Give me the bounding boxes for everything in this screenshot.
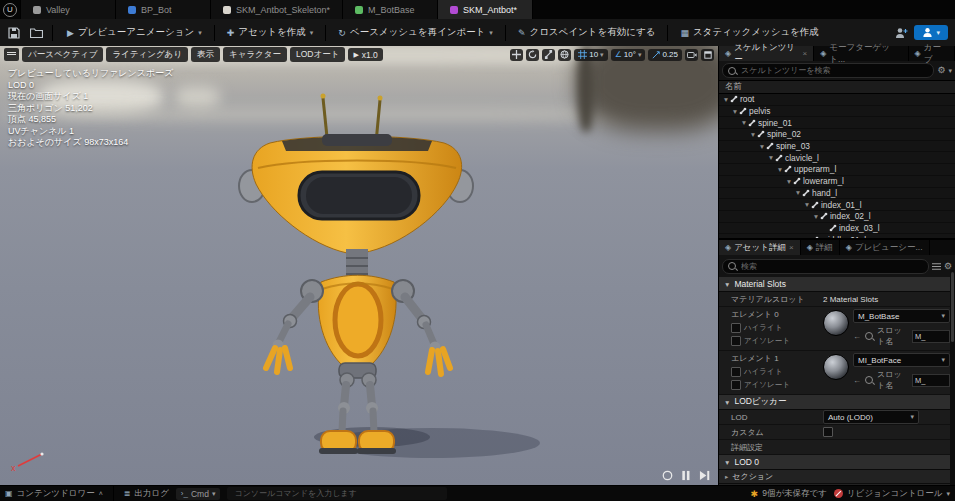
use-selected-icon[interactable]: ←: [853, 332, 861, 341]
cmd-dropdown[interactable]: ›_ Cmd ▾: [176, 488, 221, 500]
custom-checkbox[interactable]: [823, 427, 833, 437]
user-button[interactable]: ▾: [914, 25, 948, 40]
use-selected-icon[interactable]: ←: [853, 376, 861, 385]
content-browser-icon[interactable]: [27, 24, 45, 42]
chevron-down-icon[interactable]: ▼: [758, 143, 766, 150]
isolate-checkbox[interactable]: [731, 380, 741, 390]
tree-row[interactable]: ▼index_02_l: [719, 211, 955, 223]
chevron-down-icon[interactable]: ▼: [794, 189, 802, 196]
toolbar-button[interactable]: ▦スタティックメッシュを作成: [673, 23, 825, 42]
camera-speed-icon[interactable]: [685, 49, 698, 61]
view-options-icon[interactable]: [932, 257, 941, 275]
unsaved-assets-button[interactable]: ✱ 9個が未保存です: [751, 488, 827, 500]
toolbar-button[interactable]: ✚アセットを作成▾: [220, 23, 321, 42]
viewport-toolbar-button[interactable]: パースペクティブ: [22, 47, 103, 62]
tree-row[interactable]: ▼upperarm_l: [719, 164, 955, 176]
revision-control-button[interactable]: リビジョンコントロール ▾: [834, 488, 950, 500]
rotation-snap-toggle[interactable]: ∠ 10° ▾: [611, 49, 646, 61]
toolbar-button[interactable]: ↻ベースメッシュを再インポート▾: [331, 23, 500, 42]
chevron-down-icon[interactable]: ▼: [767, 154, 775, 161]
grid-snap-toggle[interactable]: 10 ▾: [574, 49, 607, 61]
tree-row[interactable]: ▼hand_l: [719, 188, 955, 200]
toolbar-button[interactable]: ✎クロスペイントを有効にする: [511, 23, 663, 42]
isolate-checkbox[interactable]: [731, 336, 741, 346]
gear-icon[interactable]: ⚙: [937, 66, 945, 75]
close-icon[interactable]: ×: [803, 49, 808, 58]
highlight-checkbox[interactable]: [731, 367, 741, 377]
details-tab[interactable]: ◈アセット詳細×: [719, 240, 801, 255]
viewport-toolbar-button[interactable]: ライティングあり: [106, 47, 188, 62]
details-search-input[interactable]: [739, 261, 923, 272]
world-globe-icon[interactable]: [558, 49, 571, 61]
skeleton-search-input-wrap[interactable]: [722, 63, 934, 78]
viewport-toolbar-button[interactable]: キャラクター: [223, 47, 287, 62]
unreal-logo[interactable]: U: [0, 0, 21, 19]
material-slots-header[interactable]: ▼ Material Slots: [719, 277, 955, 292]
lod-picker-header[interactable]: ▼ LODピッカー: [719, 395, 955, 410]
tree-row[interactable]: ▼spine_03: [719, 141, 955, 153]
step-forward-button[interactable]: [699, 470, 710, 481]
maximize-viewport-icon[interactable]: [701, 49, 714, 61]
material-dropdown[interactable]: M_BotBase▾: [853, 309, 950, 323]
asset-tab[interactable]: SKM_Antbot*: [438, 0, 533, 19]
lod0-subsection-row[interactable]: ▸セクション: [719, 470, 955, 484]
asset-tab[interactable]: SKM_Antbot_Skeleton*: [211, 0, 343, 19]
tree-row[interactable]: ▼pelvis: [719, 106, 955, 118]
asset-tab[interactable]: BP_Bot: [116, 0, 211, 19]
tree-row[interactable]: ▼lowerarm_l: [719, 176, 955, 188]
chevron-down-icon[interactable]: ▾: [948, 67, 952, 75]
console-input[interactable]: [232, 488, 446, 499]
skeleton-search-input[interactable]: [739, 65, 928, 76]
details-search-input-wrap[interactable]: [722, 259, 929, 274]
chevron-down-icon[interactable]: ▼: [731, 108, 739, 115]
details-scrollbar[interactable]: [950, 270, 955, 486]
chevron-down-icon[interactable]: ▼: [803, 236, 811, 238]
chevron-down-icon[interactable]: ▼: [722, 96, 730, 103]
viewport-toolbar-button[interactable]: LODオート: [290, 47, 345, 62]
viewport-toolbar-button[interactable]: 表示: [191, 47, 220, 62]
chevron-down-icon[interactable]: ▼: [749, 131, 757, 138]
details-tab[interactable]: ◈プレビューシー...: [840, 240, 930, 255]
browse-icon[interactable]: [865, 332, 873, 340]
tree-row[interactable]: ▼spine_01: [719, 117, 955, 129]
tree-row[interactable]: ▼spine_02: [719, 129, 955, 141]
skeleton-tab[interactable]: ◈モーフターゲット...: [814, 46, 908, 61]
scale-icon[interactable]: [542, 49, 555, 61]
tree-row[interactable]: ▼index_01_l: [719, 199, 955, 211]
play-speed-button[interactable]: ▶ x1.0: [348, 48, 382, 61]
save-icon[interactable]: [5, 24, 23, 42]
material-dropdown[interactable]: MI_BotFace▾: [853, 353, 950, 367]
pause-button[interactable]: [681, 470, 691, 481]
material-thumbnail[interactable]: [823, 354, 849, 380]
content-drawer-button[interactable]: ▣ コンテンツドロワー ˄: [5, 488, 103, 500]
highlight-checkbox-row[interactable]: ハイライト: [731, 323, 823, 333]
isolate-checkbox-row[interactable]: アイソレート: [731, 336, 823, 346]
viewport-menu-icon[interactable]: [4, 48, 19, 61]
scale-snap-toggle[interactable]: 0.25: [648, 49, 682, 61]
rotate-icon[interactable]: [526, 49, 539, 61]
material-thumbnail[interactable]: [823, 310, 849, 336]
highlight-checkbox-row[interactable]: ハイライト: [731, 367, 823, 377]
output-log-button[interactable]: ≣ 出力ログ: [124, 488, 169, 500]
record-button[interactable]: [662, 470, 673, 481]
lod0-header[interactable]: ▼ LOD 0: [719, 455, 955, 470]
highlight-checkbox[interactable]: [731, 323, 741, 333]
asset-tab[interactable]: M_BotBase: [343, 0, 438, 19]
chevron-down-icon[interactable]: ▼: [785, 178, 793, 185]
close-icon[interactable]: ×: [789, 243, 794, 252]
lod-dropdown[interactable]: Auto (LOD0)▾: [823, 410, 919, 424]
tree-row[interactable]: ▼clavicle_l: [719, 152, 955, 164]
browse-icon[interactable]: [865, 376, 873, 384]
skeleton-tab[interactable]: ◈カーブ: [909, 46, 955, 61]
slot-name-input[interactable]: M_: [912, 330, 950, 343]
details-tab[interactable]: ◈詳細: [801, 240, 840, 255]
isolate-checkbox-row[interactable]: アイソレート: [731, 380, 823, 390]
chevron-down-icon[interactable]: ▼: [776, 166, 784, 173]
tree-row[interactable]: ▼middle_01_l: [719, 234, 955, 238]
tree-row[interactable]: ▼root: [719, 94, 955, 106]
select-move-icon[interactable]: [510, 49, 523, 61]
slot-name-input[interactable]: M_: [912, 374, 950, 387]
viewport[interactable]: パースペクティブライティングあり表示キャラクターLODオート ▶ x1.0 10…: [0, 46, 718, 486]
tree-name-column-header[interactable]: 名前: [719, 80, 955, 94]
chevron-down-icon[interactable]: ▼: [803, 201, 811, 208]
